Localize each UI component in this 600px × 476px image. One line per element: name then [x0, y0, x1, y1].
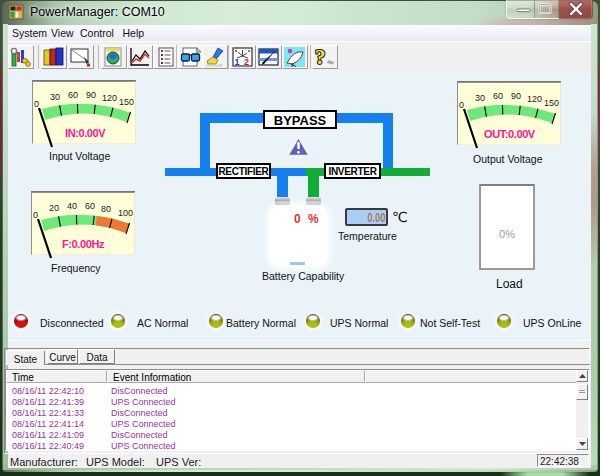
svg-text:90: 90	[86, 90, 96, 100]
svg-text:120: 120	[102, 93, 117, 103]
svg-text:60: 60	[85, 201, 95, 211]
svg-text:60: 60	[68, 90, 78, 100]
svg-text:IN:0.00V: IN:0.00V	[65, 127, 106, 139]
svg-text:40: 40	[67, 201, 77, 211]
svg-text:30: 30	[50, 92, 60, 102]
svg-text:60: 60	[493, 91, 503, 101]
svg-text:100: 100	[118, 208, 133, 218]
svg-text:F:0.00Hz: F:0.00Hz	[62, 238, 105, 250]
svg-text:0: 0	[33, 210, 38, 220]
svg-text:120: 120	[527, 94, 542, 104]
svg-text:0: 0	[34, 99, 39, 109]
svg-text:2: 2	[244, 57, 249, 67]
svg-text:150: 150	[119, 97, 134, 107]
svg-text:?: ?	[315, 46, 326, 68]
svg-text:1: 1	[235, 57, 240, 67]
svg-text:20: 20	[49, 203, 59, 213]
svg-text:30: 30	[475, 93, 485, 103]
svg-text:150: 150	[544, 98, 559, 108]
svg-text:0: 0	[459, 100, 464, 110]
svg-text:OUT:0.00V: OUT:0.00V	[484, 128, 536, 140]
svg-text:80: 80	[101, 204, 111, 214]
svg-text:90: 90	[511, 91, 521, 101]
